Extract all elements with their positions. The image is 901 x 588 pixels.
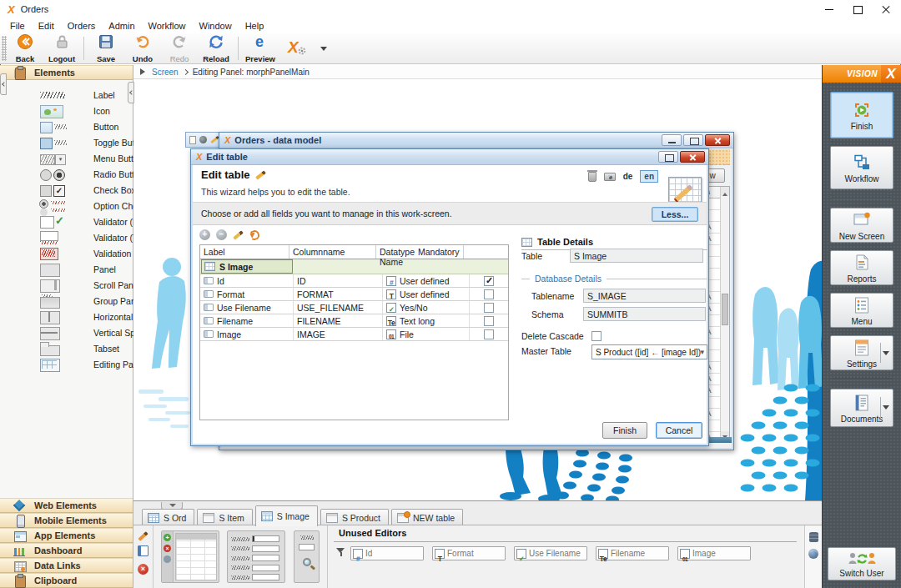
- less-button[interactable]: Less...: [652, 207, 698, 222]
- scrollbar[interactable]: [720, 187, 729, 440]
- close-button[interactable]: [705, 134, 730, 146]
- palette-item[interactable]: Panel: [0, 261, 133, 277]
- mandatory-checkbox[interactable]: [484, 303, 494, 313]
- design-canvas[interactable]: X Orders - data model w Pa RIRICACARIR: [133, 79, 822, 500]
- switch-user-button[interactable]: Switch User: [828, 547, 896, 580]
- palette-item[interactable]: Menu Button: [0, 150, 133, 166]
- palette-item[interactable]: Button: [0, 118, 133, 134]
- database-icon[interactable]: [809, 532, 818, 542]
- mandatory-checkbox[interactable]: [484, 289, 494, 299]
- edit-row-icon[interactable]: [233, 230, 244, 239]
- maximize-button[interactable]: [683, 134, 703, 146]
- schema-value[interactable]: SUMMITB: [583, 307, 706, 321]
- sidebar-section-header[interactable]: Data Links: [0, 558, 133, 573]
- sidebar-section-header[interactable]: Dashboard: [0, 543, 133, 558]
- finish-button[interactable]: Finish: [602, 422, 647, 439]
- menu-item[interactable]: Orders: [61, 18, 103, 33]
- palette-item[interactable]: Group Panel: [0, 293, 133, 309]
- grid-column-header[interactable]: Columnname: [289, 245, 376, 259]
- table-tab[interactable]: S Item: [197, 509, 252, 526]
- refresh-icon[interactable]: [249, 229, 261, 241]
- palette-item[interactable]: Tabset: [0, 340, 133, 356]
- palette-item[interactable]: Option Chooser: [0, 198, 133, 214]
- sidebar-section-header[interactable]: App Elements: [0, 528, 133, 543]
- search-widget-thumbnail[interactable]: [294, 530, 320, 583]
- sidebar-section-header[interactable]: Clipboard: [0, 573, 133, 588]
- delete-icon[interactable]: [588, 172, 596, 182]
- unused-editor-chip[interactable]: ✓ Use Filename: [514, 546, 587, 560]
- elements-header[interactable]: Elements: [0, 65, 133, 80]
- grid-row[interactable]: Image IMAGE 01File: [200, 328, 508, 341]
- redo-button[interactable]: Redo: [162, 34, 197, 63]
- visionx-tool-button[interactable]: X: [279, 34, 315, 63]
- tablename-value[interactable]: S_IMAGE: [583, 289, 706, 303]
- grid-row[interactable]: Filename FILENAME TeText long: [200, 314, 508, 328]
- visionx-documents-button[interactable]: Documents: [830, 389, 893, 427]
- unused-editor-chip[interactable]: 01 Image: [677, 546, 751, 560]
- table-tab[interactable]: S Ord: [142, 509, 194, 526]
- toolbar-grip[interactable]: [2, 36, 7, 61]
- unused-editor-chip[interactable]: T Format: [432, 546, 506, 560]
- notes-icon[interactable]: [138, 545, 148, 556]
- data-model-titlebar[interactable]: X Orders - data model: [219, 133, 733, 148]
- table-field-value[interactable]: S Image: [570, 249, 703, 263]
- add-row-icon[interactable]: +: [199, 229, 210, 240]
- maximize-button[interactable]: [658, 151, 678, 163]
- unused-editor-chip[interactable]: Te Filename: [596, 546, 669, 560]
- sidebar-section-header[interactable]: Mobile Elements: [0, 513, 133, 528]
- mandatory-checkbox[interactable]: [484, 276, 494, 286]
- maximize-button[interactable]: [843, 0, 872, 18]
- minimize-button[interactable]: [662, 134, 682, 146]
- palette-item[interactable]: Validation Result: [0, 245, 133, 261]
- documents-dropdown-icon[interactable]: [880, 397, 891, 419]
- language-en-selected[interactable]: en: [640, 170, 658, 183]
- palette-item[interactable]: Icon: [0, 103, 133, 118]
- palette-item[interactable]: Validator (Image): [0, 214, 133, 229]
- visionx-workflow-button[interactable]: Workflow: [830, 146, 893, 189]
- palette-item[interactable]: Check Box: [0, 182, 133, 198]
- menu-item[interactable]: Window: [193, 18, 239, 33]
- close-button[interactable]: [680, 151, 705, 163]
- master-table-select[interactable]: S Product ([id] ← [image Id]): [591, 344, 707, 359]
- visionx-menu-button[interactable]: Menu: [830, 293, 893, 328]
- undo-button[interactable]: Undo: [125, 34, 160, 63]
- menu-item[interactable]: Admin: [102, 18, 141, 33]
- globe-icon[interactable]: [808, 549, 818, 559]
- filter-funnel-icon[interactable]: [336, 548, 345, 556]
- delete-cascade-checkbox[interactable]: [591, 331, 602, 341]
- edit-table-dialog[interactable]: X Edit table Edit table This wizard help…: [190, 148, 709, 446]
- grid-column-header[interactable]: Label: [200, 245, 289, 259]
- table-tab[interactable]: S Image: [255, 505, 318, 526]
- scroll-thumb[interactable]: [722, 294, 728, 325]
- back-button[interactable]: Back: [8, 34, 43, 63]
- menu-item[interactable]: Workflow: [142, 18, 193, 33]
- toolbar-dropdown-icon[interactable]: [320, 47, 327, 54]
- minimize-button[interactable]: [815, 0, 843, 18]
- cancel-button[interactable]: Cancel: [656, 422, 702, 439]
- table-widget-thumbnail[interactable]: + ×: [161, 530, 219, 583]
- palette-item[interactable]: Label: [0, 87, 133, 103]
- palette-item[interactable]: Validator (Text): [0, 229, 133, 245]
- mandatory-checkbox[interactable]: [484, 329, 494, 339]
- mandatory-checkbox[interactable]: [484, 316, 494, 326]
- visionx-reports-button[interactable]: Reports: [830, 250, 893, 285]
- remove-row-icon[interactable]: −: [216, 229, 227, 240]
- sidebar-collapse-handle[interactable]: [128, 82, 134, 103]
- visionx-finish-button[interactable]: Finish: [830, 92, 893, 138]
- table-tab[interactable]: S Product: [320, 509, 389, 526]
- sidebar-collapse-handle-left[interactable]: [0, 73, 7, 95]
- menu-item[interactable]: Help: [239, 18, 271, 33]
- language-de[interactable]: de: [623, 172, 633, 181]
- unused-editor-chip[interactable]: # Id: [350, 546, 424, 560]
- scroll-up-icon[interactable]: [721, 187, 729, 196]
- edit-table-titlebar[interactable]: X Edit table: [191, 149, 708, 165]
- sidebar-section-header[interactable]: Web Elements: [0, 498, 133, 513]
- grid-group-row[interactable]: S Image: [200, 259, 508, 274]
- palette-item[interactable]: Horizontal Split: [0, 309, 133, 324]
- palette-item[interactable]: Toggle Button: [0, 134, 133, 150]
- delete-icon[interactable]: ×: [138, 564, 148, 575]
- grid-row[interactable]: Format FORMAT TUser defined: [200, 288, 508, 301]
- table-tab[interactable]: NEW table: [391, 509, 463, 526]
- visionx-new-screen-button[interactable]: New Screen: [830, 208, 893, 243]
- palette-item[interactable]: Scroll Panel: [0, 277, 133, 293]
